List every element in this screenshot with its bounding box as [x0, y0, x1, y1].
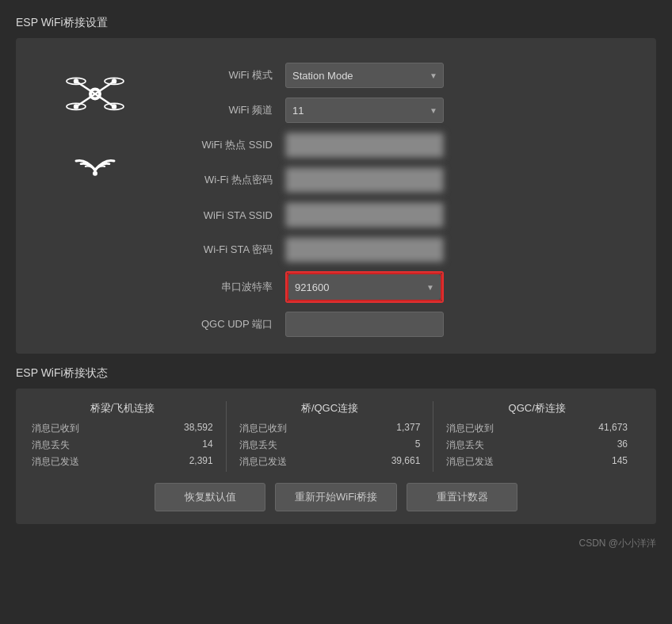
qgc-bridge-row-1: 消息丢失 36	[446, 438, 628, 452]
bridge-plane-val-1: 14	[202, 438, 212, 452]
wifi-hotspot-ssid-blurred	[285, 132, 444, 158]
svg-line-5	[95, 94, 114, 106]
status-section-title: ESP WiFi桥接状态	[16, 366, 656, 381]
wifi-hotspot-pwd-control[interactable]	[285, 167, 444, 193]
footer-text: CSDN @小小洋洋	[16, 537, 656, 550]
bridge-qgc-key-1: 消息丢失	[239, 438, 277, 452]
bridge-qgc-title: 桥/QGC连接	[239, 401, 421, 415]
wifi-hotspot-pwd-blurred	[285, 167, 444, 193]
qgc-bridge-key-0: 消息已收到	[446, 422, 494, 435]
bridge-plane-val-2: 2,391	[189, 455, 213, 469]
wifi-sta-pwd-label: Wi-Fi STA 密码	[158, 243, 285, 257]
wifi-hotspot-ssid-label: WiFi 热点 SSID	[158, 138, 285, 152]
baud-rate-select-wrapper[interactable]: 921600 460800 230400 115200 57600 9600	[287, 273, 442, 301]
wifi-sta-pwd-control[interactable]	[285, 237, 444, 262]
status-grid: 桥梁/飞机连接 消息已收到 38,592 消息丢失 14 消息已发送 2,391…	[32, 401, 640, 472]
bridge-qgc-val-0: 1,377	[396, 422, 420, 435]
bridge-qgc-row-2: 消息已发送 39,661	[239, 455, 421, 469]
svg-point-11	[112, 78, 116, 83]
wifi-sta-pwd-blurred	[285, 237, 444, 262]
bridge-qgc-val-1: 5	[415, 438, 421, 452]
status-panel: 桥梁/飞机连接 消息已收到 38,592 消息丢失 14 消息已发送 2,391…	[16, 389, 656, 524]
wifi-channel-label: WiFi 频道	[158, 103, 285, 117]
qgc-bridge-row-2: 消息已发送 145	[446, 455, 628, 469]
baud-rate-control: 921600 460800 230400 115200 57600 9600	[285, 271, 444, 303]
wifi-mode-select-wrapper[interactable]: Station Mode AP Mode	[285, 63, 444, 88]
reset-counter-button[interactable]: 重置计数器	[407, 483, 517, 511]
bridge-plane-val-0: 38,592	[184, 422, 213, 435]
restore-default-button[interactable]: 恢复默认值	[155, 483, 265, 511]
settings-form: WiFi 模式 Station Mode AP Mode WiFi 频道	[158, 54, 640, 338]
svg-line-4	[76, 94, 95, 106]
qgc-udp-control: 14550	[285, 312, 444, 337]
qgc-bridge-val-0: 41,673	[598, 422, 628, 435]
svg-point-14	[93, 171, 97, 176]
wifi-channel-select[interactable]: 11	[285, 98, 444, 123]
baud-rate-row: 串口波特率 921600 460800 230400 115200 57600 …	[158, 271, 640, 303]
bridge-qgc-row-1: 消息丢失 5	[239, 438, 421, 452]
wifi-sta-pwd-row: Wi-Fi STA 密码	[158, 236, 640, 263]
icons-column	[32, 54, 158, 181]
bridge-plane-row-0: 消息已收到 38,592	[32, 422, 213, 435]
bridge-plane-title: 桥梁/飞机连接	[32, 401, 213, 415]
wifi-sta-ssid-control[interactable]	[285, 202, 444, 228]
qgc-bridge-val-1: 36	[617, 438, 628, 452]
wifi-hotspot-pwd-label: Wi-Fi 热点密码	[158, 173, 285, 187]
baud-rate-label: 串口波特率	[158, 280, 285, 294]
qgc-udp-label: QGC UDP 端口	[158, 317, 285, 331]
wifi-hotspot-ssid-row: WiFi 热点 SSID	[158, 132, 640, 159]
svg-line-2	[76, 81, 95, 94]
svg-point-10	[74, 78, 78, 83]
qgc-bridge-title: QGC/桥连接	[446, 401, 628, 415]
wifi-mode-control: Station Mode AP Mode	[285, 63, 444, 88]
wifi-sta-ssid-label: WiFi STA SSID	[158, 209, 285, 221]
qgc-udp-input[interactable]: 14550	[285, 312, 444, 337]
svg-point-13	[112, 104, 116, 109]
restart-wifi-button[interactable]: 重新开始WiFi桥接	[275, 483, 397, 511]
bridge-plane-key-0: 消息已收到	[32, 422, 79, 435]
svg-line-3	[95, 81, 114, 94]
bridge-plane-key-1: 消息丢失	[32, 438, 70, 452]
bridge-qgc-val-2: 39,661	[391, 455, 421, 469]
wifi-icon	[71, 141, 119, 181]
bridge-plane-key-2: 消息已发送	[32, 455, 79, 469]
svg-point-12	[74, 104, 78, 109]
wifi-channel-row: WiFi 频道 11	[158, 97, 640, 124]
wifi-hotspot-ssid-control[interactable]	[285, 132, 444, 158]
wifi-channel-control: 11	[285, 98, 444, 123]
drone-icon	[63, 70, 127, 117]
bridge-plane-col: 桥梁/飞机连接 消息已收到 38,592 消息丢失 14 消息已发送 2,391	[32, 401, 227, 472]
qgc-bridge-key-1: 消息丢失	[446, 438, 484, 452]
qgc-bridge-key-2: 消息已发送	[446, 455, 494, 469]
bridge-qgc-col: 桥/QGC连接 消息已收到 1,377 消息丢失 5 消息已发送 39,661	[227, 401, 434, 472]
wifi-sta-ssid-row: WiFi STA SSID	[158, 201, 640, 228]
qgc-bridge-col: QGC/桥连接 消息已收到 41,673 消息丢失 36 消息已发送 145	[433, 401, 640, 472]
wifi-hotspot-pwd-row: Wi-Fi 热点密码	[158, 167, 640, 193]
bridge-plane-row-2: 消息已发送 2,391	[32, 455, 213, 469]
bridge-qgc-key-0: 消息已收到	[239, 422, 287, 435]
wifi-mode-select[interactable]: Station Mode AP Mode	[285, 63, 444, 88]
bridge-qgc-key-2: 消息已发送	[239, 455, 287, 469]
bridge-plane-row-1: 消息丢失 14	[32, 438, 213, 452]
button-row: 恢复默认值 重新开始WiFi桥接 重置计数器	[32, 483, 640, 511]
settings-section-title: ESP WiFi桥接设置	[16, 16, 656, 30]
qgc-bridge-val-2: 145	[612, 455, 628, 469]
baud-rate-select[interactable]: 921600 460800 230400 115200 57600 9600	[288, 274, 441, 300]
qgc-udp-row: QGC UDP 端口 14550	[158, 311, 640, 338]
wifi-channel-select-wrapper[interactable]: 11	[285, 98, 444, 123]
wifi-sta-ssid-blurred	[285, 202, 444, 228]
bridge-qgc-row-0: 消息已收到 1,377	[239, 422, 421, 435]
wifi-mode-row: WiFi 模式 Station Mode AP Mode	[158, 62, 640, 89]
wifi-mode-label: WiFi 模式	[158, 68, 285, 82]
qgc-bridge-row-0: 消息已收到 41,673	[446, 422, 628, 435]
